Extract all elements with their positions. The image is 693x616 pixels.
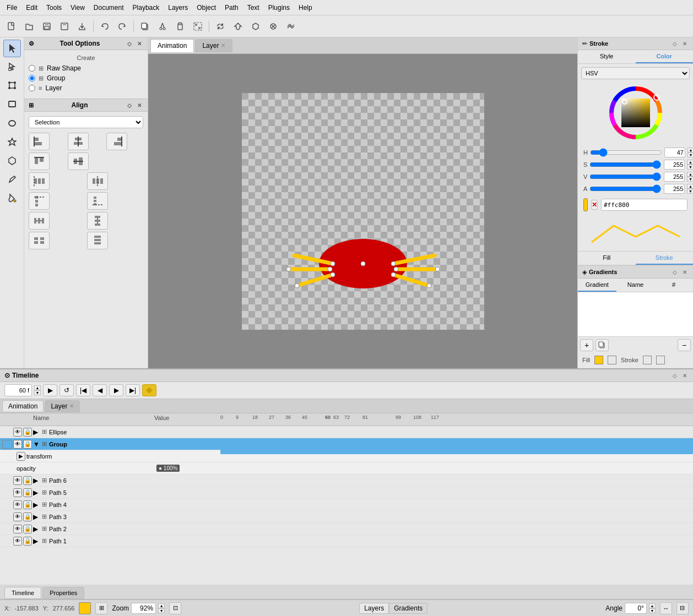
a-up-btn[interactable]: ▲ [687,184,693,189]
align-right-btn[interactable] [106,133,127,150]
tool-pencil[interactable] [3,171,21,188]
menu-view[interactable]: View [66,3,89,13]
group-button[interactable] [190,19,206,34]
a-slider[interactable] [589,185,662,193]
timeline-bottom-tab[interactable]: Timeline [4,587,41,599]
panel-close-icon[interactable]: ✕ [136,40,143,47]
path3-expand[interactable]: ▶ [33,513,41,521]
path1-expand[interactable]: ▶ [33,537,41,545]
menu-edit[interactable]: Edit [21,3,42,13]
path6-expand[interactable]: ▶ [33,477,41,484]
new-button[interactable] [3,19,20,34]
ellipse-lock[interactable]: 🔒 [23,428,32,437]
path4-expand[interactable]: ▶ [33,501,41,509]
color-swatch[interactable] [583,198,588,211]
grad-options-icon[interactable]: ◇ [671,268,679,276]
animation-tab[interactable]: Animation [150,39,194,52]
s-down-btn[interactable]: ▼ [687,165,693,170]
menu-file[interactable]: File [2,3,21,13]
loop-btn-4[interactable] [265,19,281,34]
equal-v-spacing-btn[interactable] [87,212,108,230]
align-center-h-btn[interactable] [68,133,89,150]
stroke-sq-2[interactable] [656,356,665,364]
equal-h-spacing-btn[interactable] [29,212,50,230]
dist-bottom-btn[interactable] [87,192,108,210]
group-expand[interactable]: ▼ [33,440,41,448]
v-up-btn[interactable]: ▲ [687,172,693,177]
dist-left-btn[interactable] [29,172,50,190]
loop-btn-3[interactable] [247,19,264,34]
export-button[interactable] [74,19,90,34]
save-button[interactable] [39,19,55,34]
to-start-btn[interactable]: |◀ [76,384,90,396]
color-wheel[interactable] [605,83,666,143]
align-left-btn[interactable] [29,133,50,150]
properties-bottom-tab[interactable]: Properties [42,587,84,599]
tl-layer-close[interactable]: ✕ [69,403,74,409]
frame-up-btn[interactable]: ▲ [34,385,41,390]
stroke-panel-close[interactable]: ✕ [681,40,689,47]
color-mode-select[interactable]: HSV [581,67,690,79]
raw-shape-radio[interactable] [29,65,35,72]
style-tab[interactable]: Style [578,50,636,63]
undo-button[interactable] [96,19,113,34]
layer-tab[interactable]: Layer ✕ [195,39,232,52]
loop-btn-1[interactable] [212,19,229,34]
paste-button[interactable] [172,19,188,34]
path5-eye[interactable]: 👁 [13,488,22,497]
path2-lock[interactable]: 🔒 [23,525,32,533]
loop-btn-2[interactable] [230,19,246,34]
loop-btn-5[interactable] [283,19,299,34]
v-value-input[interactable] [664,172,685,182]
align-top-btn[interactable] [29,152,50,170]
path1-eye[interactable]: 👁 [13,537,22,546]
grad-close-icon[interactable]: ✕ [681,268,689,276]
add-waypoint-btn[interactable] [142,384,156,396]
flip-v-btn[interactable]: ⊟ [676,602,689,614]
remove-gradient-btn[interactable]: − [678,339,691,351]
menu-layers[interactable]: Layers [164,3,192,13]
group-radio[interactable] [29,75,35,81]
fill-sq-2[interactable] [608,356,616,364]
ellipse-eye[interactable]: 👁 [13,428,22,437]
v-down-btn[interactable]: ▼ [687,177,693,182]
canvas-area[interactable] [148,54,577,368]
tool-ellipse[interactable] [3,115,21,132]
align-options-icon[interactable]: ◇ [126,101,133,109]
angle-up[interactable]: ▲ [649,603,656,608]
path3-eye[interactable]: 👁 [13,513,22,521]
menu-object[interactable]: Object [192,3,220,13]
arrange-h-btn[interactable] [29,232,50,249]
color-hex-input[interactable] [601,199,687,211]
path5-lock[interactable]: 🔒 [23,488,32,497]
path6-eye[interactable]: 👁 [13,476,22,485]
s-value-input[interactable] [664,160,685,170]
tool-node[interactable] [3,58,21,76]
arrange-v-btn[interactable] [87,232,108,249]
angle-down[interactable]: ▼ [649,608,656,613]
path2-expand[interactable]: ▶ [33,525,41,533]
gradient-tab[interactable]: Gradient [578,279,616,292]
path5-expand[interactable]: ▶ [33,489,41,497]
dist-right-btn[interactable] [87,172,108,190]
to-end-btn[interactable]: ▶| [126,384,140,396]
menu-plugins[interactable]: Plugins [264,3,294,13]
a-value-input[interactable] [664,184,685,194]
tool-polygon[interactable] [3,152,21,170]
color-tab[interactable]: Color [636,50,694,63]
color-clear-btn[interactable]: ✕ [591,200,598,210]
open-button[interactable] [21,19,37,34]
prev-frame-btn[interactable]: ◀ [93,384,107,396]
path4-lock[interactable]: 🔒 [23,500,32,509]
s-up-btn[interactable]: ▲ [687,160,693,165]
add-gradient-btn[interactable]: + [580,339,593,351]
zoom-down[interactable]: ▼ [158,608,165,613]
menu-text[interactable]: Text [243,3,264,13]
flip-h-btn[interactable]: ↔ [660,602,672,614]
frame-input[interactable] [4,384,32,396]
path2-eye[interactable]: 👁 [13,525,22,533]
hash-tab[interactable]: # [654,279,693,292]
menu-path[interactable]: Path [220,3,243,13]
copy-gradient-btn[interactable] [595,339,609,351]
panel-options-icon[interactable]: ◇ [126,40,133,47]
